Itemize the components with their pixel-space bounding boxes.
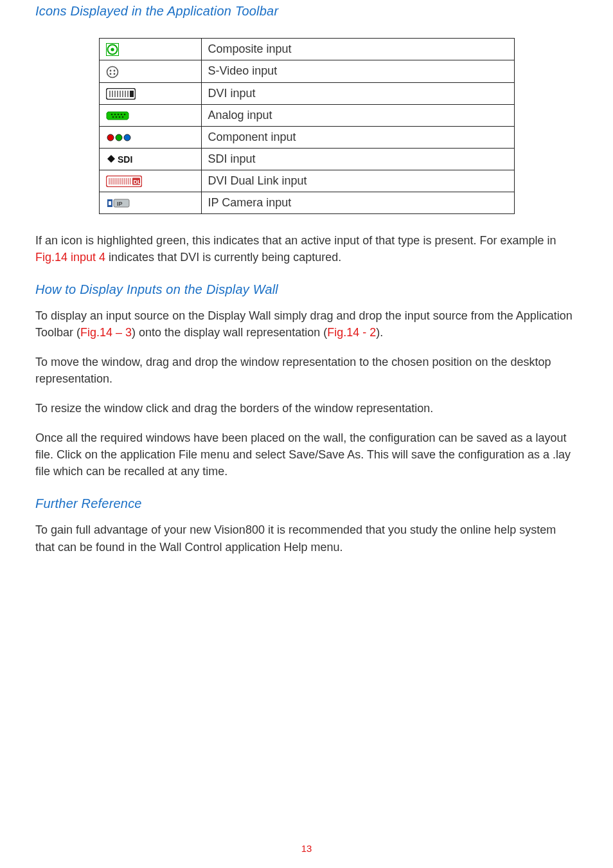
text: ). bbox=[376, 326, 383, 339]
paragraph: To gain full advantage of your new Visio… bbox=[35, 521, 578, 555]
svg-point-27 bbox=[107, 134, 114, 141]
svg-point-6 bbox=[109, 73, 111, 75]
sdi-icon: SDI bbox=[106, 154, 137, 165]
paragraph: To move the window, drag and drop the wi… bbox=[35, 354, 578, 387]
svg-point-26 bbox=[121, 116, 123, 118]
svg-point-3 bbox=[107, 66, 118, 77]
svg-point-21 bbox=[120, 113, 122, 115]
svideo-icon bbox=[106, 66, 119, 78]
icon-label: DVI Dual Link input bbox=[201, 170, 514, 192]
table-row: DL DVI Dual Link input bbox=[99, 170, 514, 192]
svg-point-23 bbox=[112, 116, 114, 118]
paragraph: To display an input source on the Displa… bbox=[35, 307, 578, 341]
figure-ref: Fig.14 input 4 bbox=[35, 251, 105, 264]
section-heading-display: How to Display Inputs on the Display Wal… bbox=[35, 278, 578, 307]
dvi-icon bbox=[106, 88, 136, 100]
svg-point-18 bbox=[111, 113, 112, 115]
svg-point-22 bbox=[123, 113, 125, 115]
table-row: Component input bbox=[99, 126, 514, 148]
paragraph: If an icon is highlighted green, this in… bbox=[35, 232, 578, 266]
icon-table: Composite input S-Video input bbox=[99, 38, 515, 214]
text: ) onto the display wall representation ( bbox=[132, 326, 327, 339]
table-row: IP IP Camera input bbox=[99, 192, 514, 213]
icon-label: Analog input bbox=[201, 104, 514, 126]
svg-text:IP: IP bbox=[117, 201, 123, 207]
svg-point-29 bbox=[124, 134, 130, 141]
figure-ref: Fig.14 – 3 bbox=[80, 326, 132, 339]
icon-label: DVI input bbox=[201, 82, 514, 104]
ipcam-icon: IP bbox=[106, 197, 132, 209]
table-row: S-Video input bbox=[99, 60, 514, 82]
icon-label: S-Video input bbox=[201, 60, 514, 82]
svg-point-25 bbox=[118, 116, 120, 118]
svg-point-5 bbox=[113, 69, 115, 71]
svg-point-7 bbox=[113, 73, 115, 75]
svg-marker-30 bbox=[107, 155, 115, 163]
table-row: SDI SDI input bbox=[99, 148, 514, 170]
svg-point-19 bbox=[114, 113, 116, 115]
paragraph: Once all the required windows have been … bbox=[35, 429, 578, 480]
text: indicates that DVI is currently being ca… bbox=[105, 251, 341, 264]
table-row: Analog input bbox=[99, 104, 514, 126]
paragraph: To resize the window click and drag the … bbox=[35, 400, 578, 417]
svg-point-4 bbox=[109, 69, 111, 71]
section-heading-further: Further Reference bbox=[35, 493, 578, 521]
svg-rect-17 bbox=[130, 91, 134, 97]
svg-rect-48 bbox=[109, 201, 111, 205]
composite-icon bbox=[106, 43, 119, 56]
svg-point-2 bbox=[111, 48, 114, 51]
svg-point-24 bbox=[115, 116, 117, 118]
component-icon bbox=[106, 132, 132, 143]
svg-text:DL: DL bbox=[133, 179, 141, 185]
dvi-dl-icon: DL bbox=[106, 176, 142, 187]
icon-label: Composite input bbox=[201, 39, 514, 60]
text: If an icon is highlighted green, this in… bbox=[35, 234, 556, 247]
page-number: 13 bbox=[0, 843, 613, 854]
icon-label: IP Camera input bbox=[201, 192, 514, 213]
svg-point-28 bbox=[116, 134, 122, 141]
analog-icon bbox=[106, 110, 129, 122]
table-row: Composite input bbox=[99, 39, 514, 60]
svg-point-20 bbox=[117, 113, 119, 115]
icon-label: SDI input bbox=[201, 148, 514, 170]
svg-text:SDI: SDI bbox=[118, 154, 132, 165]
section-heading-icons: Icons Displayed in the Application Toolb… bbox=[35, 0, 578, 38]
icon-label: Component input bbox=[201, 126, 514, 148]
table-row: DVI input bbox=[99, 82, 514, 104]
figure-ref: Fig.14 - 2 bbox=[327, 326, 376, 339]
